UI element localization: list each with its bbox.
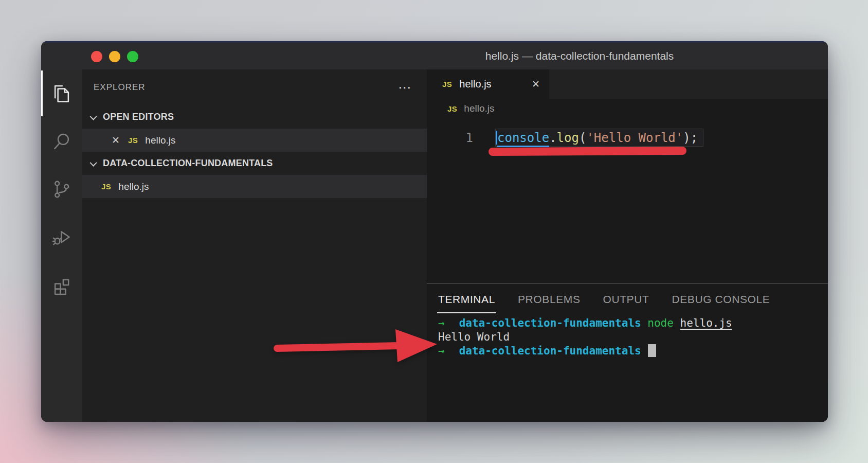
close-editor-icon[interactable]: ✕ [111,134,121,146]
editor-tab-strip: JS hello.js ✕ [427,69,828,99]
js-file-icon: JS [101,182,111,191]
terminal-stdout: Hello World [438,331,510,343]
terminal-directory: data-collection-fundamentals [459,345,641,357]
code-text: console.log('Hello World'); [495,129,703,147]
terminal-line: Hello World [438,330,828,344]
play-bug-icon [50,226,73,248]
explorer-icon[interactable] [41,69,82,117]
terminal-cursor [648,344,656,357]
panel-tab-bar: TERMINAL PROBLEMS OUTPUT DEBUG CONSOLE [427,283,828,316]
zoom-window-button[interactable] [127,51,138,62]
desktop-background: hello.js — data-collection-fundamentals [0,0,868,463]
editor-tab-hello-js[interactable]: JS hello.js ✕ [427,69,549,99]
source-control-icon[interactable] [41,165,82,213]
terminal-output[interactable]: →data-collection-fundamentals node hello… [427,316,828,358]
search-icon[interactable] [41,117,82,165]
terminal-line: →data-collection-fundamentals node hello… [438,316,828,330]
git-branch-icon [50,178,73,201]
close-window-button[interactable] [91,51,102,62]
token-open-paren: ( [579,131,586,145]
token-console: console [497,131,549,147]
open-editor-filename: hello.js [145,135,175,146]
breadcrumb-filename: hello.js [464,103,494,114]
bottom-panel: TERMINAL PROBLEMS OUTPUT DEBUG CONSOLE →… [427,283,828,422]
title-bar: hello.js — data-collection-fundamentals [41,41,828,69]
close-tab-icon[interactable]: ✕ [532,78,540,90]
token-close-paren: ) [683,131,690,145]
tab-label: hello.js [459,78,491,90]
code-editor[interactable]: 1 console.log('Hello World'); [427,118,828,283]
chevron-down-icon [90,159,97,166]
tab-problems[interactable]: PROBLEMS [517,290,582,316]
files-icon [50,82,73,105]
token-log: log [557,131,579,145]
extensions-icon[interactable] [41,261,82,309]
js-file-icon: JS [128,136,138,145]
editor-pane: JS hello.js ✕ JS hello.js 1 console.log(… [427,69,828,422]
token-string: 'Hello World' [586,131,683,145]
magnifier-icon [50,130,73,153]
chevron-down-icon [90,113,97,120]
sidebar-header: EXPLORER ⋯ [82,69,427,105]
code-line-1: 1 console.log('Hello World'); [427,129,828,147]
breadcrumb[interactable]: JS hello.js [427,99,828,118]
activity-bar [41,69,82,422]
extensions-squares-icon [50,274,73,296]
run-debug-icon[interactable] [41,213,82,261]
open-editor-item-hello-js[interactable]: ✕ JS hello.js [82,129,427,152]
red-arrow-annotation [270,323,442,369]
more-actions-icon[interactable]: ⋯ [398,82,411,93]
tab-debug-console[interactable]: DEBUG CONSOLE [671,290,771,316]
tab-terminal[interactable]: TERMINAL [437,290,496,316]
folder-section-header[interactable]: DATA-COLLECTION-FUNDAMENTALS [82,152,427,175]
tree-item-hello-js[interactable]: JS hello.js [82,175,427,198]
red-underline-annotation [489,147,686,156]
token-dot: . [549,131,556,145]
terminal-line: →data-collection-fundamentals [438,344,828,358]
text-caret [496,131,497,145]
js-file-icon: JS [442,80,452,88]
section-label: OPEN EDITORS [103,112,174,122]
terminal-file-arg: hello.js [680,317,732,329]
token-semicolon: ; [691,131,698,145]
terminal-command: node [647,317,674,329]
terminal-directory: data-collection-fundamentals [459,317,641,329]
line-number: 1 [427,131,473,145]
section-label: DATA-COLLECTION-FUNDAMENTALS [103,158,273,169]
tab-output[interactable]: OUTPUT [602,290,650,316]
js-file-icon: JS [447,104,457,113]
minimize-window-button[interactable] [109,51,120,62]
traffic-lights [91,51,138,62]
tree-item-filename: hello.js [118,181,149,192]
window-title: hello.js — data-collection-fundamentals [485,50,674,62]
sidebar-title: EXPLORER [94,82,146,93]
open-editors-section-header[interactable]: OPEN EDITORS [82,105,427,129]
